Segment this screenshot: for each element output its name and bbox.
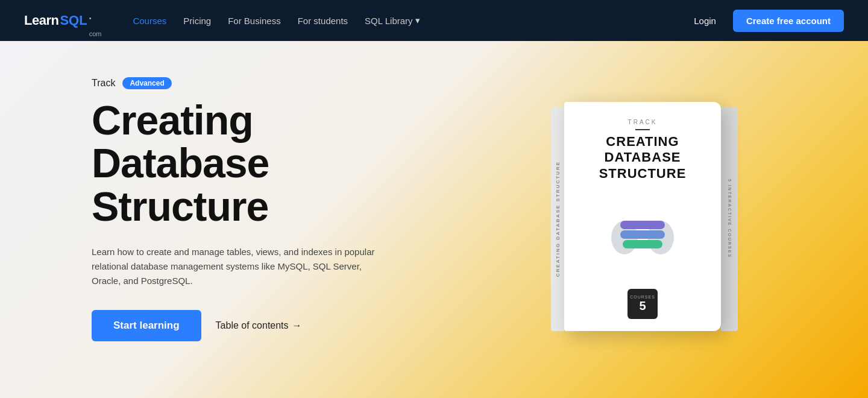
nav-for-students[interactable]: For students bbox=[298, 16, 348, 26]
advanced-badge: Advanced bbox=[122, 77, 171, 89]
hero-title: Creating Database Structure bbox=[92, 99, 441, 228]
navbar: LearnSQL • com Courses Pricing For Busin… bbox=[0, 0, 868, 41]
logo-com: com bbox=[89, 30, 102, 37]
create-account-button[interactable]: Create free account bbox=[733, 10, 844, 32]
track-row: Track Advanced bbox=[92, 77, 441, 89]
logo[interactable]: LearnSQL • com bbox=[24, 4, 101, 37]
book-icon-area bbox=[609, 207, 676, 259]
logo-dot: • bbox=[89, 14, 102, 22]
book-side-text: 5 INTERACTIVE COURSES bbox=[728, 179, 732, 258]
book-side-spine: 5 INTERACTIVE COURSES bbox=[721, 107, 738, 331]
courses-num: 5 bbox=[639, 299, 646, 313]
hero-description: Learn how to create and manage tables, v… bbox=[92, 245, 381, 288]
svg-rect-2 bbox=[620, 221, 665, 229]
book-track-line bbox=[635, 129, 650, 130]
hero-section: Track Advanced Creating Database Structu… bbox=[0, 41, 868, 398]
nav-sql-library[interactable]: SQL Library ▾ bbox=[365, 15, 420, 26]
book-spine: CREATING DATABASE STRUCTURE bbox=[551, 107, 564, 331]
chevron-down-icon: ▾ bbox=[415, 15, 420, 26]
book-spine-text: CREATING DATABASE STRUCTURE bbox=[555, 161, 561, 277]
table-of-contents-link[interactable]: Table of contents → bbox=[216, 320, 302, 331]
toc-arrow-icon: → bbox=[292, 320, 302, 331]
login-button[interactable]: Login bbox=[687, 11, 723, 31]
book-courses-badge: COURSES 5 bbox=[627, 289, 658, 319]
logo-learn: Learn bbox=[24, 13, 58, 28]
svg-rect-3 bbox=[620, 230, 665, 239]
nav-courses[interactable]: Courses bbox=[133, 16, 166, 26]
track-label: Track bbox=[92, 78, 115, 89]
hero-right: CREATING DATABASE STRUCTURE TRACK CREATI… bbox=[477, 41, 868, 398]
book-front: TRACK CREATINGDATABASESTRUCTURE bbox=[564, 102, 721, 331]
cta-row: Start learning Table of contents → bbox=[92, 310, 441, 341]
database-icon bbox=[609, 207, 676, 259]
logo-sql: SQL bbox=[60, 13, 87, 28]
book-visual: CREATING DATABASE STRUCTURE TRACK CREATI… bbox=[564, 102, 745, 355]
book-title: CREATINGDATABASESTRUCTURE bbox=[576, 134, 709, 182]
nav-right: Login Create free account bbox=[687, 10, 844, 32]
nav-links: Courses Pricing For Business For student… bbox=[133, 15, 667, 26]
nav-pricing[interactable]: Pricing bbox=[183, 16, 211, 26]
hero-left: Track Advanced Creating Database Structu… bbox=[0, 41, 477, 398]
courses-label: COURSES bbox=[630, 295, 655, 299]
start-learning-button[interactable]: Start learning bbox=[92, 310, 201, 341]
toc-label: Table of contents bbox=[216, 320, 289, 331]
nav-for-business[interactable]: For Business bbox=[228, 16, 281, 26]
svg-rect-4 bbox=[623, 240, 662, 248]
book-track-label: TRACK bbox=[576, 119, 709, 125]
